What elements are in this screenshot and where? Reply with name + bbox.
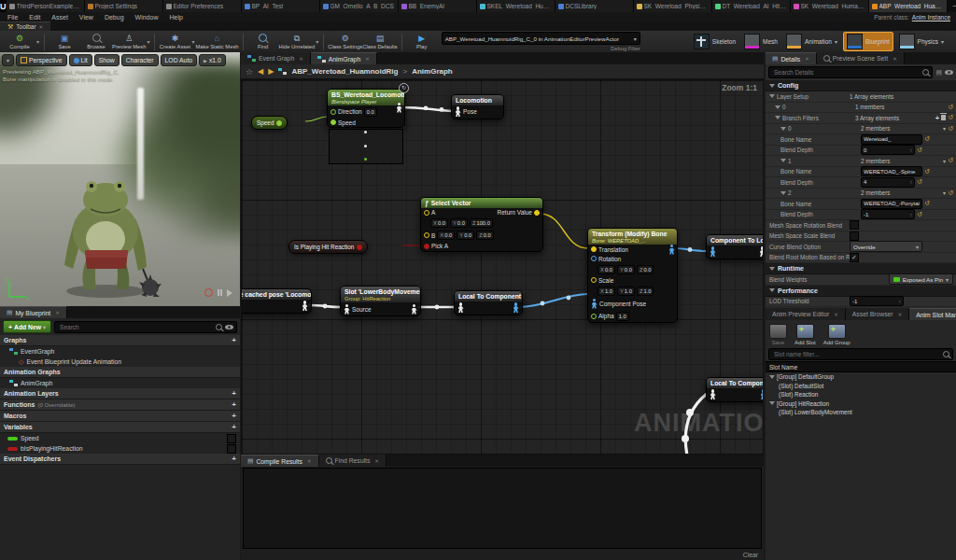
- lod-threshold-spinner[interactable]: -1↕: [850, 296, 904, 306]
- pin-pose-out[interactable]: [411, 304, 417, 315]
- pin-speed-out[interactable]: [276, 120, 282, 126]
- menu-help[interactable]: Help: [169, 14, 182, 21]
- variable-isplayinghitreaction[interactable]: bIsPlayingHitReaction: [0, 443, 240, 454]
- delete-icon[interactable]: [941, 115, 946, 120]
- viewport-options-button[interactable]: ▾: [2, 54, 14, 66]
- add-layer-icon[interactable]: +: [232, 389, 236, 398]
- my-blueprint-search[interactable]: [54, 321, 237, 333]
- show-button[interactable]: Show: [94, 54, 120, 66]
- slot-row-hitreaction[interactable]: [Group] HitReaction: [766, 399, 956, 409]
- playback-speed-button[interactable]: ▶x1.0: [199, 54, 226, 66]
- add-variable-icon[interactable]: +: [232, 423, 236, 431]
- visibility-checkbox[interactable]: [227, 444, 236, 454]
- item-animgraph[interactable]: AnimGraph: [0, 378, 240, 388]
- window-tab-bp-ai-test[interactable]: BP_AI_Test: [242, 0, 320, 12]
- tab-preview-scene-settings[interactable]: Preview Scene Sett✕: [817, 52, 905, 64]
- animation-button[interactable]: Animation▾: [783, 33, 840, 50]
- node-blendspace-player[interactable]: BS_Weretoad_LocomotionBlendspace Player …: [327, 89, 405, 128]
- record-icon[interactable]: [204, 288, 213, 297]
- reset-icon[interactable]: ↺: [917, 147, 922, 154]
- compile-results-log[interactable]: [243, 468, 762, 549]
- preview-mesh-dropdown-icon[interactable]: ▾: [147, 38, 149, 45]
- element-options-icon[interactable]: ▾: [943, 158, 946, 164]
- breadcrumb-leaf[interactable]: AnimGraph: [412, 67, 453, 76]
- menu-edit[interactable]: Edit: [29, 14, 40, 21]
- node-local-to-component[interactable]: Local To Component: [454, 290, 523, 315]
- pin-alpha[interactable]: [591, 314, 597, 319]
- pin-direction[interactable]: [330, 109, 336, 115]
- tab-compile-results[interactable]: ▤Compile Results✕: [241, 455, 319, 467]
- pin-a[interactable]: [424, 210, 429, 216]
- close-icon[interactable]: ✕: [805, 56, 809, 62]
- bone-name-field[interactable]: [861, 166, 922, 176]
- expander-icon[interactable]: [769, 94, 775, 98]
- search-input[interactable]: [58, 323, 213, 331]
- close-icon[interactable]: ✕: [365, 56, 370, 62]
- close-icon[interactable]: ✕: [307, 458, 312, 464]
- add-group-button[interactable]: +Add Group: [823, 324, 851, 345]
- visibility-checkbox[interactable]: [227, 434, 236, 443]
- section-macros[interactable]: Macros+: [0, 411, 240, 422]
- add-graph-icon[interactable]: +: [232, 336, 236, 344]
- close-icon[interactable]: ✕: [834, 312, 838, 317]
- watch-icon[interactable]: ↻: [399, 83, 409, 93]
- reset-icon[interactable]: ↺: [924, 200, 930, 207]
- expander-icon[interactable]: [780, 127, 786, 131]
- item-event-update-animation[interactable]: ◇Event Blueprint Update Animation: [0, 357, 240, 367]
- details-section-performance[interactable]: Performance: [766, 286, 956, 297]
- node-use-cached-pose-locomotion[interactable]: Use cached pose 'Locomotion': [241, 288, 312, 314]
- section-functions[interactable]: Functions(0 Overridable)+: [0, 399, 240, 411]
- add-element-icon[interactable]: +: [935, 114, 939, 122]
- physics-button[interactable]: Physics▾: [896, 33, 947, 50]
- pin-pick-a[interactable]: [424, 244, 429, 249]
- pin-translation[interactable]: [591, 246, 597, 252]
- class-settings-button[interactable]: ⚙Class Settings: [328, 32, 362, 52]
- nav-back-icon[interactable]: ◀: [258, 67, 263, 76]
- clear-button[interactable]: Clear: [743, 552, 758, 558]
- direction-value-field[interactable]: 0.0: [364, 107, 377, 117]
- slot-row-defaultgroup[interactable]: [Group] DefaultGroup: [766, 372, 956, 382]
- node-select-vector[interactable]: ƒSelect Vector A Return Value X0.0 Y0.0 …: [420, 197, 543, 252]
- save-slots-button[interactable]: Save: [769, 324, 787, 345]
- node-local-to-component-2[interactable]: Local To Component: [706, 377, 764, 402]
- tab-find-results[interactable]: Find Results✕: [319, 455, 387, 467]
- pin-source-in[interactable]: [344, 304, 350, 315]
- menu-view[interactable]: View: [79, 14, 93, 21]
- blueprint-button-active[interactable]: Blueprint: [843, 32, 893, 51]
- create-asset-dropdown-icon[interactable]: ▾: [191, 38, 194, 45]
- reset-icon[interactable]: ↺: [924, 168, 930, 175]
- pin-scale[interactable]: [591, 277, 597, 283]
- pin-component-pose-out[interactable]: [513, 302, 519, 313]
- menu-window[interactable]: Window: [135, 14, 159, 21]
- window-tab-sk-humanoid[interactable]: SK_Weretoad_HumanoidR: [791, 0, 869, 12]
- slot-filter-input[interactable]: [772, 350, 940, 358]
- blend-root-motion-checkbox[interactable]: ✓: [850, 253, 859, 262]
- node-speed-variable[interactable]: Speed: [251, 116, 288, 130]
- class-defaults-button[interactable]: ▤Class Defaults: [362, 32, 397, 52]
- close-icon[interactable]: ✕: [893, 56, 897, 62]
- play-icon[interactable]: [227, 289, 232, 297]
- window-tab-bb-enemyai[interactable]: BB_EnemyAI: [399, 0, 477, 12]
- window-tab-skel-weretoad[interactable]: SKEL_Weretoad_Huamnoi: [477, 0, 555, 12]
- create-asset-button[interactable]: ✱Create Asset: [159, 32, 190, 52]
- window-tab-project-settings[interactable]: Project Settings: [85, 0, 163, 12]
- pin-b[interactable]: [424, 232, 429, 238]
- reset-icon[interactable]: ↺: [917, 211, 922, 218]
- window-tab-abp-weretoad-active[interactable]: ABP_Weretoad_Huamnoi: [869, 0, 948, 12]
- add-new-button[interactable]: +Add New ▾: [3, 320, 51, 333]
- details-section-config[interactable]: Config: [766, 80, 956, 91]
- my-blueprint-tab[interactable]: ▤ My Blueprint ✕: [0, 306, 67, 318]
- element-options-icon[interactable]: ▾: [943, 125, 946, 132]
- perspective-button[interactable]: Perspective: [16, 54, 67, 66]
- add-macro-icon[interactable]: +: [232, 412, 236, 420]
- display-options-eye-icon[interactable]: [945, 70, 953, 75]
- pause-icon[interactable]: [218, 289, 223, 296]
- lit-button[interactable]: Lit: [69, 54, 92, 66]
- pin-pose-in[interactable]: [710, 389, 716, 399]
- node-component-to-local[interactable]: Component To Local: [706, 234, 764, 259]
- expander-icon[interactable]: [775, 116, 780, 119]
- tab-asset-browser[interactable]: Asset Browser✕: [846, 308, 909, 320]
- add-slot-button[interactable]: +Add Slot: [794, 324, 816, 345]
- expander-icon[interactable]: [780, 159, 786, 162]
- blendspace-preview-grid[interactable]: [329, 129, 403, 164]
